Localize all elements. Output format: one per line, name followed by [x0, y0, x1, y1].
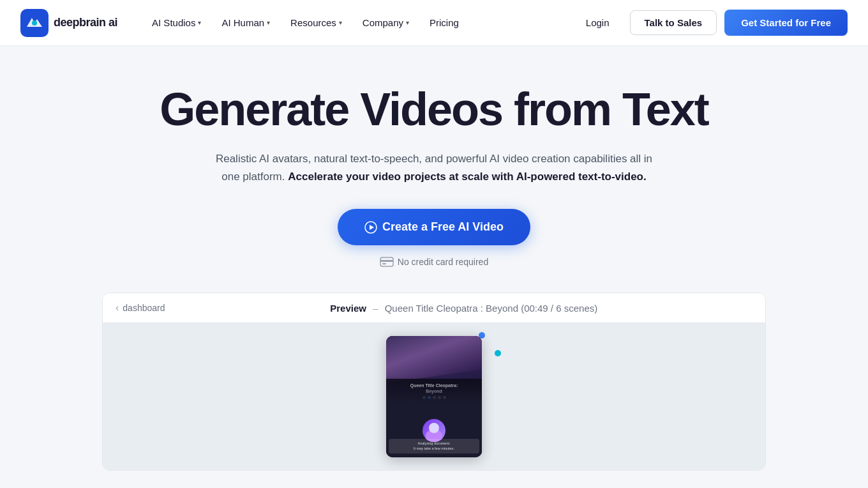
- preview-body: Queen Title Cleopatra: Beyond: [103, 323, 765, 470]
- video-title-text: Queen Title Cleopatra: Beyond: [391, 383, 477, 394]
- video-background: Queen Title Cleopatra: Beyond: [386, 336, 482, 403]
- video-progress-dots: [391, 396, 477, 399]
- nav-item-ai-studios[interactable]: AI Studios ▾: [143, 12, 210, 33]
- dot-1: [423, 396, 426, 399]
- nav-actions: Login Talk to Sales Get Started for Free: [573, 10, 848, 36]
- get-started-button[interactable]: Get Started for Free: [724, 10, 848, 36]
- nav-item-company[interactable]: Company ▾: [354, 12, 418, 33]
- video-text-overlay: Queen Title Cleopatra: Beyond: [386, 379, 482, 403]
- logo-text: deepbrain ai: [54, 16, 117, 29]
- talk-to-sales-button[interactable]: Talk to Sales: [630, 10, 717, 35]
- preview-header: ‹ dashboard Preview – Queen Title Cleopa…: [103, 293, 765, 323]
- dot-5: [443, 396, 446, 399]
- hero-section: Generate Videos from Text Realistic AI a…: [0, 46, 868, 488]
- logo-link[interactable]: deepbrain ai: [20, 9, 117, 37]
- logo-icon: [20, 9, 49, 37]
- svg-rect-5: [380, 260, 393, 262]
- no-card-notice: No credit card required: [380, 257, 488, 267]
- back-to-dashboard-button[interactable]: ‹ dashboard: [116, 302, 165, 314]
- dot-3: [433, 396, 436, 399]
- credit-card-icon: [380, 257, 394, 267]
- svg-marker-3: [370, 225, 374, 230]
- chevron-down-icon: ▾: [267, 19, 270, 26]
- nav-item-resources[interactable]: Resources ▾: [281, 12, 351, 33]
- svg-rect-6: [382, 263, 386, 264]
- svg-point-1: [32, 20, 37, 26]
- video-icon: [364, 221, 377, 234]
- orbit-dot-teal: [495, 350, 501, 356]
- preview-title: Preview – Queen Title Cleopatra : Beyond…: [176, 303, 753, 314]
- preview-panel: ‹ dashboard Preview – Queen Title Cleopa…: [102, 293, 766, 471]
- nav-item-ai-human[interactable]: AI Human ▾: [213, 12, 279, 33]
- cta-button[interactable]: Create a Free AI Video: [338, 209, 530, 245]
- nav-links: AI Studios ▾ AI Human ▾ Resources ▾ Comp…: [143, 12, 573, 33]
- chevron-down-icon: ▾: [339, 19, 342, 26]
- video-frame: Queen Title Cleopatra: Beyond: [386, 336, 482, 457]
- chevron-down-icon: ▾: [406, 19, 409, 26]
- dot-2: [428, 396, 431, 399]
- video-caption: Analyzing document. It may take a few mi…: [389, 439, 479, 454]
- hero-title: Generate Videos from Text: [160, 84, 708, 135]
- navbar: deepbrain ai AI Studios ▾ AI Human ▾ Res…: [0, 0, 868, 46]
- dot-4: [438, 396, 441, 399]
- chevron-left-icon: ‹: [116, 302, 119, 314]
- chevron-down-icon: ▾: [198, 19, 201, 26]
- nav-item-pricing[interactable]: Pricing: [421, 12, 468, 33]
- login-button[interactable]: Login: [573, 12, 622, 33]
- hero-subtitle: Realistic AI avatars, natural text-to-sp…: [211, 150, 657, 186]
